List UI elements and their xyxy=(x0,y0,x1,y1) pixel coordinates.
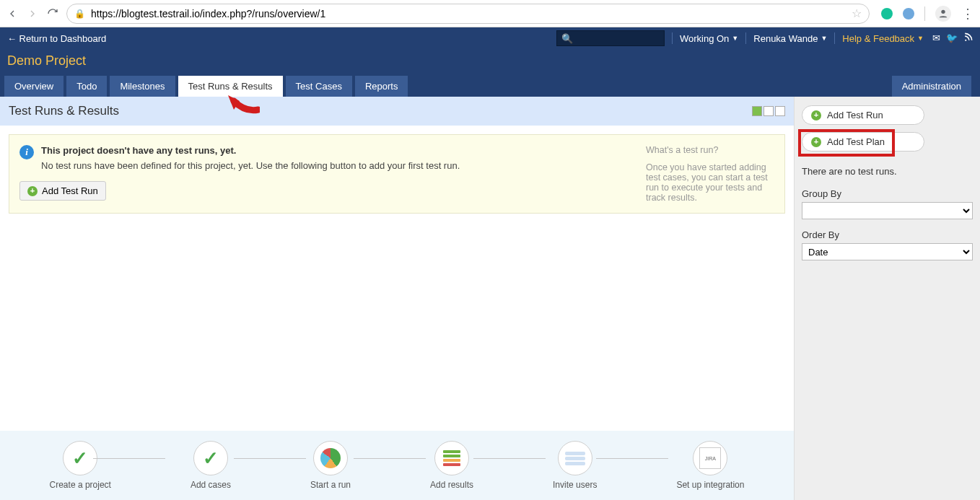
no-runs-text: There are no test runs. xyxy=(802,166,973,177)
rss-icon[interactable] xyxy=(963,32,973,44)
view-mode-detail-icon[interactable] xyxy=(775,106,785,116)
tab-milestones[interactable]: Milestones xyxy=(110,76,175,97)
check-icon: ✓ xyxy=(203,447,219,470)
sidebar-add-plan-label: Add Test Plan xyxy=(827,136,885,147)
nav-tabs: Overview Todo Milestones Test Runs & Res… xyxy=(0,76,980,97)
pie-chart-icon xyxy=(320,448,341,468)
add-test-run-button[interactable]: + Add Test Run xyxy=(19,181,106,201)
step-add-results[interactable]: Add results xyxy=(430,441,473,490)
global-search[interactable]: 🔍 xyxy=(556,30,665,46)
tab-todo[interactable]: Todo xyxy=(66,76,107,97)
plus-icon: + xyxy=(811,110,821,120)
view-mode-cards-icon[interactable] xyxy=(752,106,762,116)
view-mode-list-icon[interactable] xyxy=(764,106,774,116)
twitter-icon[interactable]: 🐦 xyxy=(946,32,958,44)
tab-test-runs[interactable]: Test Runs & Results xyxy=(178,76,283,97)
project-title: Demo Project xyxy=(0,49,980,76)
url-input[interactable] xyxy=(91,8,846,19)
page-title: Test Runs & Results xyxy=(9,104,119,118)
empty-body: No test runs have been defined for this … xyxy=(41,160,460,171)
empty-heading: This project doesn't have any test runs,… xyxy=(41,145,236,156)
add-test-run-label: Add Test Run xyxy=(42,185,98,196)
search-icon: 🔍 xyxy=(561,33,573,44)
step-create-project[interactable]: ✓ Create a project xyxy=(50,441,111,490)
tab-administration[interactable]: Administration xyxy=(892,76,971,97)
reload-icon[interactable] xyxy=(46,7,59,20)
extension-grammarly-icon[interactable] xyxy=(881,8,893,19)
chevron-down-icon: ▼ xyxy=(917,35,924,42)
step-integration[interactable]: JIRA Set up integration xyxy=(676,441,744,490)
forward-icon[interactable] xyxy=(26,7,39,20)
people-icon xyxy=(565,452,585,465)
group-by-select[interactable] xyxy=(802,202,973,219)
step-start-run[interactable]: Start a run xyxy=(310,441,351,490)
bookmark-star-icon[interactable]: ☆ xyxy=(852,6,862,20)
tab-overview[interactable]: Overview xyxy=(4,76,64,97)
user-menu[interactable]: Renuka Wande▼ xyxy=(753,33,827,44)
empty-state-panel: i This project doesn't have any test run… xyxy=(9,134,785,214)
order-by-label: Order By xyxy=(802,229,973,240)
back-icon[interactable] xyxy=(6,7,19,20)
tab-reports[interactable]: Reports xyxy=(355,76,408,97)
return-dashboard-link[interactable]: ← Return to Dashboard xyxy=(7,33,106,44)
profile-avatar-icon[interactable] xyxy=(935,6,951,22)
integration-icon: JIRA xyxy=(699,447,721,469)
browser-toolbar: 🔒 ☆ ⋮ xyxy=(0,0,980,27)
separator xyxy=(924,6,925,21)
help-feedback-menu[interactable]: Help & Feedback▼ xyxy=(842,33,924,44)
step-invite-users[interactable]: Invite users xyxy=(553,441,597,490)
onboarding-footer: ✓ Create a project ✓ Add cases Start a r… xyxy=(0,431,794,500)
chevron-down-icon: ▼ xyxy=(821,35,827,42)
whats-a-test-run-title: What's a test run? xyxy=(646,145,774,155)
plus-icon: + xyxy=(27,186,38,196)
chrome-menu-icon[interactable]: ⋮ xyxy=(961,6,974,22)
extension-blue-icon[interactable] xyxy=(903,8,914,19)
address-bar[interactable]: 🔒 ☆ xyxy=(66,4,870,24)
lock-icon: 🔒 xyxy=(74,9,85,19)
chevron-down-icon: ▼ xyxy=(732,35,738,42)
sidebar-add-test-run-button[interactable]: + Add Test Run xyxy=(802,105,924,125)
group-by-label: Group By xyxy=(802,188,973,199)
mail-icon[interactable]: ✉ xyxy=(932,32,940,44)
whats-a-test-run-body: Once you have started adding test cases,… xyxy=(646,162,774,203)
order-by-select[interactable]: Date xyxy=(802,243,973,260)
sidebar: + Add Test Run + Add Test Plan There are… xyxy=(794,97,980,500)
sidebar-add-run-label: Add Test Run xyxy=(827,110,883,120)
step-add-cases[interactable]: ✓ Add cases xyxy=(191,441,231,490)
tab-test-cases[interactable]: Test Cases xyxy=(286,76,352,97)
plus-icon: + xyxy=(811,137,821,147)
check-icon: ✓ xyxy=(72,447,88,470)
working-on-menu[interactable]: Working On▼ xyxy=(680,33,738,44)
results-bars-icon xyxy=(443,450,460,466)
info-icon: i xyxy=(19,145,34,159)
sidebar-add-test-plan-button[interactable]: + Add Test Plan xyxy=(802,132,924,152)
app-header: ← Return to Dashboard 🔍 Working On▼ Renu… xyxy=(0,27,980,97)
svg-point-0 xyxy=(941,9,945,13)
